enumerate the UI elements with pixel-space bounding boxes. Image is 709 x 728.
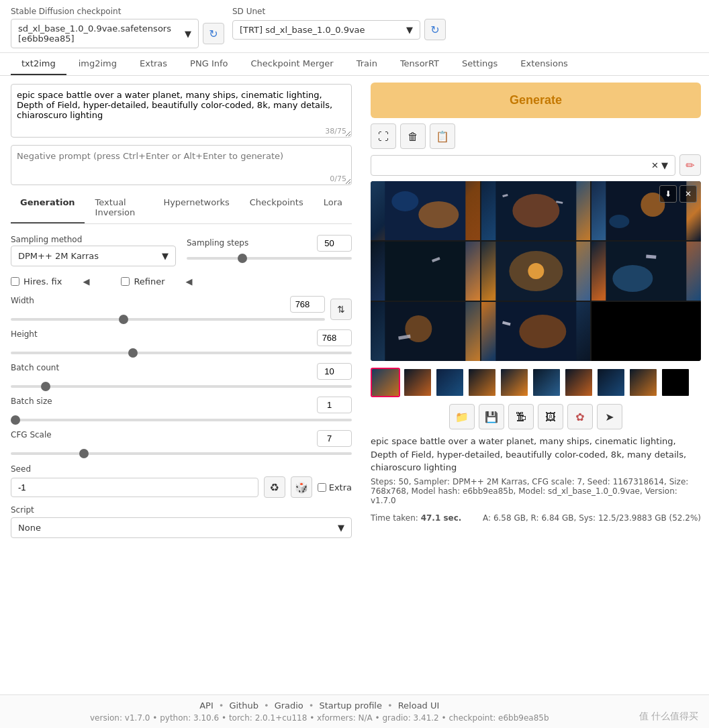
swap-dimensions-button[interactable]: ⇅ [330,299,352,320]
batch-count-input[interactable] [317,363,352,380]
sub-tab-checkpoints[interactable]: Checkpoints [240,193,313,223]
cfg-scale-slider[interactable] [11,452,352,455]
info-container: epic space battle over a water planet, m… [371,435,701,505]
sub-tab-hypernetworks[interactable]: Hypernetworks [154,193,238,223]
reload-ui-link[interactable]: Reload UI [398,700,440,711]
thumbnail-3[interactable] [467,368,497,397]
height-slider[interactable] [11,352,352,354]
seed-recycle-button[interactable]: ♻ [264,476,285,498]
info-detail: Steps: 50, Sampler: DPM++ 2M Karras, CFG… [371,477,701,505]
zip-button[interactable]: 🗜 [508,404,534,429]
flower-button[interactable]: ✿ [567,404,593,429]
cfg-scale-input[interactable] [317,430,352,447]
style-select[interactable]: ✕ ▼ [371,155,675,176]
image-cell-8[interactable] [481,302,591,361]
tab-extensions[interactable]: Extensions [510,53,579,75]
checkpoint-label: Stable Diffusion checkpoint [11,7,224,16]
image-download-button[interactable]: ⬇ [659,185,677,203]
negative-prompt-textarea[interactable] [11,145,352,185]
image-cell-2[interactable] [481,181,591,240]
thumbnail-0[interactable] [371,368,400,397]
tab-img2img[interactable]: img2img [68,53,128,75]
tab-checkpoint-merger[interactable]: Checkpoint Merger [240,53,344,75]
thumbnail-9[interactable] [661,368,690,397]
fullscreen-button[interactable]: ⛶ [371,123,396,149]
gradio-link[interactable]: Gradio [275,700,303,711]
thumbnail-5[interactable] [532,368,561,397]
image-cell-5[interactable] [481,242,591,301]
arrow-right-button[interactable]: ➤ [597,404,622,429]
batch-size-input[interactable] [317,397,352,413]
sub-tab-generation[interactable]: Generation [11,193,85,223]
send-to-extras-button[interactable]: 🖼 [538,404,563,429]
tab-tensorrt[interactable]: TensorRT [389,53,450,75]
prompt-textarea[interactable]: epic space battle over a water planet, m… [11,84,352,138]
tab-settings[interactable]: Settings [451,53,508,75]
thumbnail-4[interactable] [500,368,529,397]
checkpoint-arrow-icon: ▼ [185,29,191,39]
swap-icon: ⇅ [337,304,345,315]
tab-train[interactable]: Train [346,53,388,75]
save-button[interactable]: 💾 [479,404,504,429]
refiner-expand-button[interactable]: ◀ [181,273,197,289]
sub-tab-textual-inversion[interactable]: Textual Inversion [86,193,153,223]
thumbnail-6[interactable] [564,368,594,397]
svg-point-9 [610,215,630,228]
image-cell-9[interactable] [592,302,701,361]
svg-point-2 [391,191,418,211]
svg-point-17 [613,265,653,292]
seed-dice-button[interactable]: 🎲 [291,476,312,498]
batch-size-slider[interactable] [11,419,352,421]
script-select[interactable]: None ▼ [11,517,352,538]
unet-refresh-button[interactable]: ↻ [424,19,446,40]
image-cell-6[interactable] [592,242,701,301]
api-link[interactable]: API [199,700,214,711]
height-input[interactable] [317,329,352,346]
sampling-steps-label: Sampling steps [187,238,248,248]
checkpoint-select[interactable]: sd_xl_base_1.0_0.9vae.safetensors [e6bb9… [11,19,199,48]
github-link[interactable]: Github [229,700,258,711]
width-input[interactable] [290,296,325,313]
svg-point-23 [519,315,566,348]
sampling-steps-input[interactable] [317,235,352,252]
width-slider[interactable] [11,318,325,321]
sub-tab-lora[interactable]: Lora [314,193,352,223]
clipboard-button[interactable]: 📋 [430,123,455,149]
checkpoint-value: sd_xl_base_1.0_0.9vae.safetensors [e6bb9… [18,23,185,44]
trash-button[interactable]: 🗑 [400,123,426,149]
tab-extras[interactable]: Extras [129,53,178,75]
extra-checkbox[interactable] [318,483,326,492]
sampling-method-select[interactable]: DPM++ 2M Karras ▼ [11,246,176,266]
sampling-steps-slider[interactable] [187,257,352,260]
prompt-container: epic space battle over a water planet, m… [11,84,352,140]
style-apply-button[interactable]: ✏ [679,154,701,176]
image-cell-7[interactable] [371,302,480,361]
hires-fix-container: Hires. fix [11,276,62,287]
image-close-button[interactable]: ✕ [679,185,697,203]
batch-count-slider[interactable] [11,385,352,388]
thumbnail-7[interactable] [596,368,626,397]
image-cell-4[interactable] [371,242,480,301]
seed-input[interactable] [11,478,258,497]
checkpoint-refresh-button[interactable]: ↻ [203,23,224,44]
hires-fix-label: Hires. fix [23,276,62,287]
memory-stats: A: 6.58 GB, R: 6.84 GB, Sys: 12.5/23.988… [483,513,701,523]
flower-icon: ✿ [575,411,584,423]
tab-txt2img[interactable]: txt2img [11,53,66,75]
hires-fix-expand-button[interactable]: ◀ [78,273,94,289]
sampling-method-arrow-icon: ▼ [162,251,169,261]
floppy-icon: 💾 [485,411,498,423]
startup-profile-link[interactable]: Startup profile [320,700,382,711]
stats-row: Time taken: 47.1 sec. A: 6.58 GB, R: 6.8… [371,513,701,523]
thumbnail-1[interactable] [403,368,432,397]
unet-select[interactable]: [TRT] sd_xl_base_1.0_0.9vae ▼ [232,20,420,40]
thumbnail-2[interactable] [435,368,465,397]
open-folder-button[interactable]: 📁 [449,404,475,429]
refiner-checkbox[interactable] [121,277,130,286]
generate-button[interactable]: Generate [371,83,701,118]
hires-fix-checkbox[interactable] [11,277,19,286]
tab-png-info[interactable]: PNG Info [179,53,238,75]
thumbnail-8[interactable] [628,368,658,397]
extra-container: Extra [318,482,352,492]
image-cell-1[interactable] [371,181,480,240]
